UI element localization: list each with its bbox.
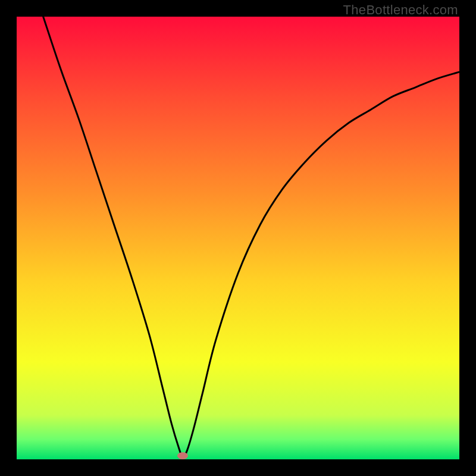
watermark-text: TheBottleneck.com <box>343 2 458 18</box>
plot-area <box>17 17 459 459</box>
chart-frame: TheBottleneck.com <box>0 0 476 476</box>
chart-svg <box>17 17 459 459</box>
gradient-background <box>17 17 459 459</box>
optimal-point-marker <box>177 452 188 459</box>
